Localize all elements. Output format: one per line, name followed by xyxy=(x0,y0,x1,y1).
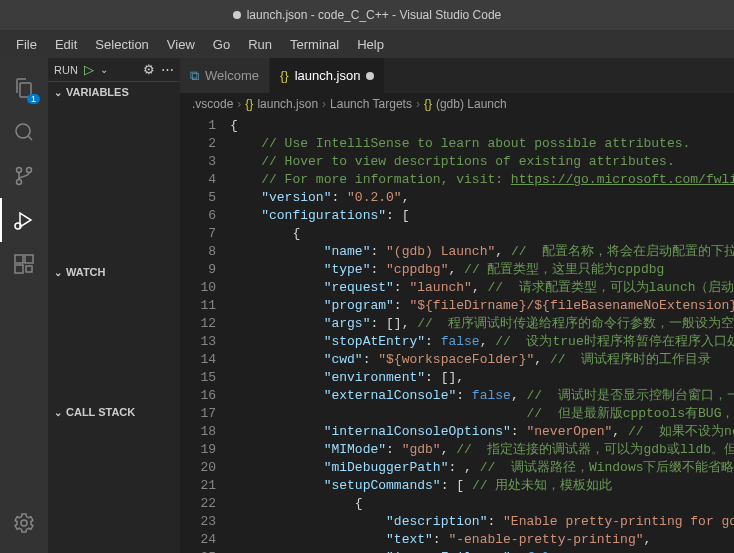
tab-launch-json[interactable]: {} launch.json xyxy=(270,58,385,93)
chevron-down-icon: ⌄ xyxy=(54,407,62,418)
explorer-icon[interactable]: 1 xyxy=(0,66,48,110)
svg-point-3 xyxy=(17,180,22,185)
line-gutter: 1234567891011121314151617181920212223242… xyxy=(180,115,230,553)
svg-rect-5 xyxy=(15,255,23,263)
activity-bar: 1 xyxy=(0,58,48,553)
search-icon[interactable] xyxy=(0,110,48,154)
run-toolbar: RUN ▷ ⌄ ⚙ ⋯ xyxy=(48,58,180,82)
gear-small-icon[interactable]: ⚙ xyxy=(143,62,155,77)
menu-terminal[interactable]: Terminal xyxy=(282,35,347,54)
svg-point-9 xyxy=(21,520,27,526)
bc-section[interactable]: Launch Targets xyxy=(330,97,412,111)
code-content[interactable]: { // Use IntelliSense to learn about pos… xyxy=(230,115,734,553)
svg-point-1 xyxy=(27,168,32,173)
main-layout: 1 RUN ▷ ⌄ ⚙ ⋯ ⌄VARIABLES ⌄WATCH ⌄C xyxy=(0,58,734,553)
section-variables[interactable]: ⌄VARIABLES xyxy=(48,82,180,102)
chevron-down-icon: ⌄ xyxy=(54,87,62,98)
menu-edit[interactable]: Edit xyxy=(47,35,85,54)
svg-point-2 xyxy=(17,168,22,173)
menu-go[interactable]: Go xyxy=(205,35,238,54)
section-watch[interactable]: ⌄WATCH xyxy=(48,262,180,282)
settings-gear-icon[interactable] xyxy=(0,501,48,545)
code-editor[interactable]: 1234567891011121314151617181920212223242… xyxy=(180,115,734,553)
editor-area: ⧉ Welcome {} launch.json .vscode› {} lau… xyxy=(180,58,734,553)
tab-bar: ⧉ Welcome {} launch.json xyxy=(180,58,734,93)
menu-file[interactable]: File xyxy=(8,35,45,54)
extensions-icon[interactable] xyxy=(0,242,48,286)
json-icon: {} xyxy=(280,68,289,83)
bc-file[interactable]: launch.json xyxy=(257,97,318,111)
menu-view[interactable]: View xyxy=(159,35,203,54)
json-icon: {} xyxy=(245,97,253,111)
chevron-down-icon: ⌄ xyxy=(54,267,62,278)
play-icon[interactable]: ▷ xyxy=(84,62,94,77)
breadcrumb[interactable]: .vscode› {} launch.json› Launch Targets›… xyxy=(180,93,734,115)
run-debug-icon[interactable] xyxy=(0,198,48,242)
tab-welcome[interactable]: ⧉ Welcome xyxy=(180,58,270,93)
menu-help[interactable]: Help xyxy=(349,35,392,54)
menu-run[interactable]: Run xyxy=(240,35,280,54)
callstack-label: CALL STACK xyxy=(66,406,135,418)
more-icon[interactable]: ⋯ xyxy=(161,62,174,77)
explorer-badge: 1 xyxy=(27,94,40,104)
svg-point-0 xyxy=(16,124,30,138)
dirty-indicator-icon xyxy=(366,72,374,80)
tab-welcome-label: Welcome xyxy=(205,68,259,83)
menu-bar: File Edit Selection View Go Run Terminal… xyxy=(0,30,734,58)
title-bar: launch.json - code_C_C++ - Visual Studio… xyxy=(0,0,734,30)
svg-rect-6 xyxy=(25,255,33,263)
tab-launch-label: launch.json xyxy=(295,68,361,83)
dirty-dot-icon xyxy=(233,11,241,19)
svg-rect-7 xyxy=(15,265,23,273)
json-icon: {} xyxy=(424,97,432,111)
menu-selection[interactable]: Selection xyxy=(87,35,156,54)
bc-folder[interactable]: .vscode xyxy=(192,97,233,111)
window-title: launch.json - code_C_C++ - Visual Studio… xyxy=(247,8,502,22)
variables-label: VARIABLES xyxy=(66,86,129,98)
section-callstack[interactable]: ⌄CALL STACK xyxy=(48,402,180,422)
run-label: RUN xyxy=(54,64,78,76)
svg-rect-8 xyxy=(26,266,32,272)
debug-sidebar: RUN ▷ ⌄ ⚙ ⋯ ⌄VARIABLES ⌄WATCH ⌄CALL STAC… xyxy=(48,58,180,553)
bc-target[interactable]: (gdb) Launch xyxy=(436,97,507,111)
watch-label: WATCH xyxy=(66,266,106,278)
config-dropdown-icon[interactable]: ⌄ xyxy=(100,64,108,75)
vscode-icon: ⧉ xyxy=(190,68,199,84)
source-control-icon[interactable] xyxy=(0,154,48,198)
